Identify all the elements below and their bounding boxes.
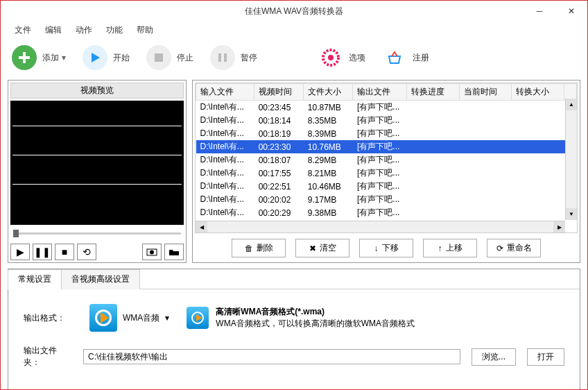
browse-button[interactable]: 浏览... <box>472 348 516 366</box>
svg-point-7 <box>328 55 334 60</box>
table-row[interactable]: D:\Intel\有...00:20:029.17MB[有声下吧... <box>196 193 577 206</box>
col-outsize[interactable]: 转换大小 <box>512 84 564 101</box>
play-icon <box>83 45 107 70</box>
scroll-right-icon[interactable]: ▶ <box>553 221 565 232</box>
format-title: 高清晰WMA音频格式(*.wma) <box>216 307 325 316</box>
menu-action[interactable]: 动作 <box>69 22 99 38</box>
col-output[interactable]: 输出文件 <box>353 84 407 101</box>
gear-icon <box>318 45 343 70</box>
play-button[interactable]: ▶ <box>10 244 30 260</box>
table-row[interactable]: D:\Intel\有...00:18:148.35MB[有声下吧... <box>196 114 577 127</box>
preview-area <box>10 101 184 225</box>
x-icon: ✖ <box>309 244 316 253</box>
window-title: 佳佳WMA WAV音频转换器 <box>245 6 343 17</box>
col-input[interactable]: 输入文件 <box>196 84 254 101</box>
svg-marker-2 <box>92 53 100 62</box>
table-row[interactable]: D:\Intel\有...00:20:299.38MB[有声下吧... <box>196 206 577 219</box>
format-icon <box>89 304 117 332</box>
col-progress[interactable]: 转换进度 <box>407 84 460 101</box>
delete-button[interactable]: 🗑删除 <box>232 239 286 257</box>
plus-icon <box>12 45 37 70</box>
format-desc-icon <box>187 307 209 329</box>
scroll-left-icon[interactable]: ◀ <box>196 221 207 232</box>
col-curtime[interactable]: 当前时间 <box>459 84 512 101</box>
preview-pane: 视频预览 ▶ ❚❚ ■ ⟲ <box>8 80 187 263</box>
stop-preview-button[interactable]: ■ <box>55 244 74 260</box>
dropdown-icon: ▾ <box>165 313 169 323</box>
col-size[interactable]: 文件大小 <box>304 84 353 101</box>
options-button[interactable]: 选项 <box>318 45 365 70</box>
folder-input[interactable] <box>83 349 460 364</box>
format-desc: WMA音频格式，可以转换高清晰的微软WMA音频格式 <box>216 318 415 330</box>
arrow-down-icon: ↓ <box>374 244 379 253</box>
format-selector[interactable]: WMA音频 ▾ <box>83 302 175 334</box>
svg-point-9 <box>150 251 154 255</box>
tab-general[interactable]: 常规设置 <box>8 269 62 289</box>
pause-button[interactable]: 暂停 <box>210 45 257 70</box>
minimize-button[interactable]: ─ <box>524 1 555 22</box>
folder-button[interactable] <box>164 244 184 260</box>
close-button[interactable]: ✕ <box>555 1 587 22</box>
table-row[interactable]: D:\Intel\有...00:22:5110.46MB[有声下吧... <box>196 180 577 193</box>
settings-pane: 常规设置 音视频高级设置 输出格式： WMA音频 ▾ 高清晰WMA音频格式(*.… <box>8 269 580 390</box>
rename-button[interactable]: ⟳重命名 <box>487 239 541 257</box>
scroll-down-icon[interactable]: ▼ <box>566 208 577 220</box>
stop-button[interactable]: 停止 <box>146 45 193 70</box>
file-table[interactable]: 输入文件 视频时间 文件大小 输出文件 转换进度 当前时间 转换大小 D:\In… <box>195 83 578 233</box>
start-button[interactable]: 开始 <box>83 45 130 70</box>
pause-preview-button[interactable]: ❚❚ <box>33 244 52 260</box>
table-row[interactable]: D:\Intel\有...00:17:558.21MB[有声下吧... <box>196 167 577 180</box>
table-row[interactable]: D:\Intel\有...00:18:198.39MB[有声下吧... <box>196 127 577 140</box>
svg-rect-3 <box>155 53 163 62</box>
move-up-button[interactable]: ↑上移 <box>423 239 477 257</box>
menu-help[interactable]: 帮助 <box>130 22 160 38</box>
preview-header: 视频预览 <box>10 83 184 99</box>
vertical-scrollbar[interactable]: ▲ ▼ <box>565 99 577 220</box>
add-button[interactable]: 添加 ▾ <box>12 45 66 70</box>
menu-function[interactable]: 功能 <box>99 22 130 38</box>
menu-file[interactable]: 文件 <box>8 22 38 38</box>
clear-button[interactable]: ✖清空 <box>295 239 349 257</box>
arrow-up-icon: ↑ <box>438 244 442 253</box>
svg-rect-1 <box>19 56 30 59</box>
trash-icon: 🗑 <box>245 244 253 253</box>
register-button[interactable]: 注册 <box>382 45 429 70</box>
seek-slider[interactable] <box>10 227 184 239</box>
open-button[interactable]: 打开 <box>527 348 564 366</box>
loop-button[interactable]: ⟲ <box>77 244 96 260</box>
snapshot-button[interactable] <box>142 244 162 260</box>
toolbar: 添加 ▾ 开始 停止 暂停 选项 注册 <box>1 38 587 77</box>
svg-rect-5 <box>224 53 227 62</box>
move-down-button[interactable]: ↓下移 <box>359 239 413 257</box>
rename-icon: ⟳ <box>496 244 503 253</box>
file-list-pane: 输入文件 视频时间 文件大小 输出文件 转换进度 当前时间 转换大小 D:\In… <box>192 80 580 263</box>
menu-edit[interactable]: 编辑 <box>38 22 69 38</box>
horizontal-scrollbar[interactable]: ◀ ▶ <box>196 221 565 232</box>
table-row[interactable]: D:\Intel\有...00:23:3010.76MB[有声下吧... <box>196 140 577 153</box>
scroll-up-icon[interactable]: ▲ <box>566 99 577 110</box>
table-row[interactable]: D:\Intel\有...00:23:4510.87MB[有声下吧... <box>196 101 577 115</box>
table-row[interactable]: D:\Intel\有...00:18:078.29MB[有声下吧... <box>196 153 577 167</box>
tab-advanced[interactable]: 音视频高级设置 <box>61 269 140 289</box>
stop-icon <box>146 45 171 70</box>
dropdown-icon: ▾ <box>62 53 66 62</box>
titlebar: 佳佳WMA WAV音频转换器 ─ ✕ <box>1 1 587 22</box>
folder-label: 输出文件夹： <box>24 345 72 368</box>
basket-icon <box>382 45 407 70</box>
pause-icon <box>210 45 235 70</box>
svg-rect-4 <box>218 53 221 62</box>
col-time[interactable]: 视频时间 <box>254 84 304 101</box>
format-label: 输出格式： <box>24 312 72 324</box>
menubar: 文件 编辑 动作 功能 帮助 <box>1 22 587 38</box>
